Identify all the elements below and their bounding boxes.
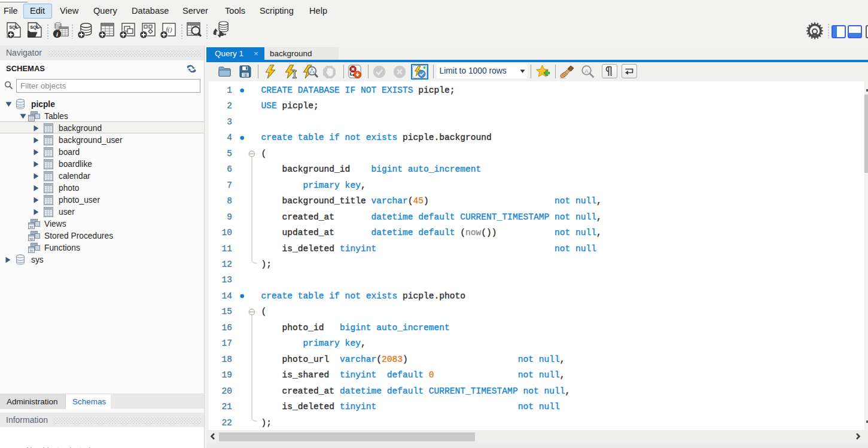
- svg-text:sp: sp: [29, 237, 33, 240]
- svg-text:sv: sv: [30, 225, 33, 228]
- svg-text:fn: fn: [30, 249, 33, 252]
- svg-text:SQL: SQL: [30, 25, 39, 30]
- svg-text:SQL: SQL: [9, 25, 19, 30]
- svg-text:A: A: [584, 68, 589, 74]
